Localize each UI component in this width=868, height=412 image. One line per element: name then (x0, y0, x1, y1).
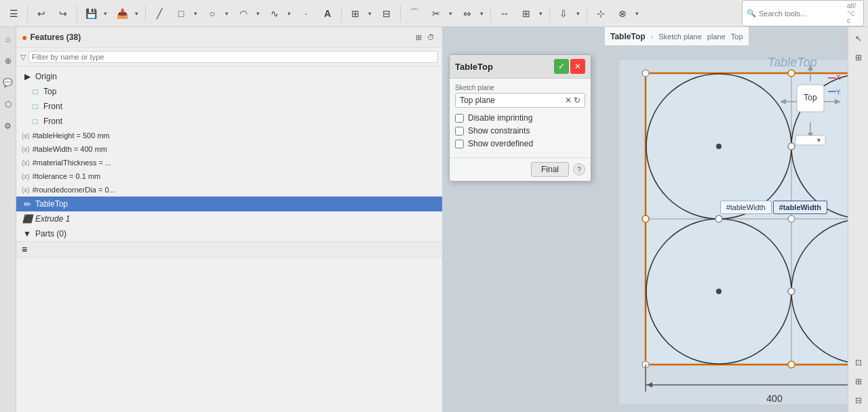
insert-drop[interactable]: ▾ (573, 4, 583, 23)
top-label: Top (43, 87, 56, 96)
search-icon: 🔍 (747, 9, 756, 18)
circle-drop[interactable]: ▾ (222, 4, 231, 23)
param-icon-1: (x) (22, 132, 30, 140)
circle-tool[interactable]: ○ (203, 4, 222, 23)
dialog-title: TableTop (455, 62, 554, 72)
text-tool[interactable]: A (318, 4, 337, 23)
tree-item-extrude[interactable]: ⬛ Extrude 1 (16, 211, 442, 226)
divider-list[interactable]: ≡ (16, 241, 442, 258)
svg-marker-42 (780, 99, 786, 104)
sep5 (400, 5, 401, 22)
disable-imprinting-checkbox[interactable] (455, 114, 464, 123)
line-tool[interactable]: ╱ (150, 4, 169, 23)
redo-button[interactable]: ↪ (54, 4, 73, 23)
param-roundedcorner[interactable]: (x) #roundedcornerDia = 0... (16, 183, 442, 197)
icon-add[interactable]: ⊕ (1, 54, 15, 68)
features-icon2[interactable]: ⏱ (425, 31, 437, 43)
tree-item-origin[interactable]: ▶ Origin (16, 69, 442, 84)
save-drop[interactable]: ▾ (100, 4, 110, 23)
param-icon-2: (x) (22, 146, 30, 153)
spline-drop[interactable]: ▾ (284, 4, 294, 23)
transform-tool[interactable]: ⊞ (346, 4, 365, 23)
tree-item-right[interactable]: □ Front (16, 114, 442, 129)
plane-clear-icon[interactable]: ✕ (565, 96, 572, 105)
param-materialthickness[interactable]: (x) #materialThickness = ... (16, 156, 442, 169)
rect-tool[interactable]: □ (172, 4, 191, 23)
mirror-group: ⇔ ▾ (458, 4, 486, 23)
param-tablewidth-label: #tableWidth = 400 mm (33, 145, 107, 153)
fillet-group: ⌒ (405, 4, 424, 23)
right-btn-1[interactable]: ↖ (851, 31, 866, 46)
search-box[interactable]: 🔍 alt/⌥ c (742, 0, 864, 26)
import-button[interactable]: 📥 (113, 4, 132, 23)
features-icon1[interactable]: ⊞ (412, 31, 425, 43)
tree-item-top[interactable]: □ Top (16, 84, 442, 99)
filter-input[interactable] (28, 51, 438, 63)
arc-drop[interactable]: ▾ (253, 4, 262, 23)
right-btn-5[interactable]: ⊟ (851, 393, 866, 408)
trim-drop[interactable]: ▾ (446, 4, 455, 23)
param-tablewidth[interactable]: (x) #tableWidth = 400 mm (16, 142, 442, 156)
rect-drop[interactable]: ▾ (191, 4, 200, 23)
trim-tool[interactable]: ✂ (427, 4, 446, 23)
right-toolbar: ↖ ⊞ ⊡ ⊞ ⊟ (848, 27, 868, 412)
disable-imprinting-row[interactable]: Disable imprinting (455, 113, 585, 123)
mirror-tool[interactable]: ⇔ (458, 4, 477, 23)
plane-refresh-icon[interactable]: ↻ (574, 96, 580, 105)
arc-tool[interactable]: ◠ (234, 4, 253, 23)
icon-3d[interactable]: ⬡ (1, 98, 15, 111)
right-btn-3[interactable]: ⊡ (851, 355, 866, 370)
help-button[interactable]: ? (573, 163, 585, 176)
icon-home[interactable]: ⌂ (1, 33, 15, 46)
right-btn-2[interactable]: ⊞ (851, 50, 866, 65)
layout-drop[interactable]: ▾ (536, 4, 545, 23)
icon-chat[interactable]: 💬 (1, 76, 15, 89)
snap-tool[interactable]: ⊹ (591, 4, 610, 23)
sketch-info-separator: › (651, 33, 654, 41)
param-icon-3: (x) (22, 159, 30, 167)
tree-item-front[interactable]: □ Front (16, 99, 442, 114)
save-button[interactable]: 💾 (81, 4, 100, 23)
point-tool[interactable]: · (296, 4, 315, 23)
layout-tool[interactable]: ⊞ (517, 4, 536, 23)
sep7 (549, 5, 550, 22)
insert-tool[interactable]: ⇩ (554, 4, 573, 23)
spline-tool[interactable]: ∿ (265, 4, 284, 23)
view-cube-svg: Top X Y (776, 61, 844, 149)
sketch-plane-field[interactable]: Top plane ✕ ↻ (455, 93, 585, 108)
icon-settings[interactable]: ⚙ (1, 119, 15, 133)
param-tableheight[interactable]: (x) #tableHeight = 500 mm (16, 129, 442, 142)
layout-group: ⊞ ▾ (517, 4, 545, 23)
tree-item-tabletop[interactable]: ✏ TableTop (16, 197, 442, 211)
dialog-footer: Final ? (450, 157, 591, 181)
import-drop[interactable]: ▾ (132, 4, 141, 23)
dialog-body: Sketch plane Top plane ✕ ↻ Disable impri… (450, 79, 591, 157)
constraints-drop[interactable]: ▾ (632, 4, 642, 23)
transform-drop[interactable]: ▾ (365, 4, 374, 23)
right-btn-4[interactable]: ⊞ (851, 374, 866, 389)
param-icon-5: (x) (22, 186, 30, 194)
show-constraints-checkbox[interactable] (455, 127, 464, 136)
align-tool[interactable]: ⊟ (377, 4, 396, 23)
menu-button[interactable]: ☰ (4, 4, 23, 23)
fillet-tool[interactable]: ⌒ (405, 4, 424, 23)
top-icon: □ (30, 86, 41, 97)
tree-item-parts[interactable]: ▼ Parts (0) (16, 226, 442, 241)
search-input[interactable] (759, 9, 847, 18)
sep3 (145, 5, 146, 22)
final-button[interactable]: Final (531, 162, 569, 177)
param-tolerance-label: #tolerance = 0.1 mm (33, 172, 101, 180)
show-overdefined-checkbox[interactable] (455, 140, 464, 148)
dialog-cancel-button[interactable]: ✕ (570, 59, 585, 74)
dialog-ok-button[interactable]: ✓ (554, 59, 569, 74)
param-tolerance[interactable]: (x) #tolerance = 0.1 mm (16, 169, 442, 183)
transform-group: ⊞ ▾ (346, 4, 374, 23)
show-overdefined-row[interactable]: Show overdefined (455, 139, 585, 148)
show-constraints-row[interactable]: Show constraints (455, 126, 585, 136)
constraints-tool[interactable]: ⊗ (613, 4, 632, 23)
dim-tool[interactable]: ↔ (495, 4, 514, 23)
undo-button[interactable]: ↩ (32, 4, 51, 23)
mirror-drop[interactable]: ▾ (477, 4, 486, 23)
sep1 (27, 5, 28, 22)
sep4 (341, 5, 342, 22)
